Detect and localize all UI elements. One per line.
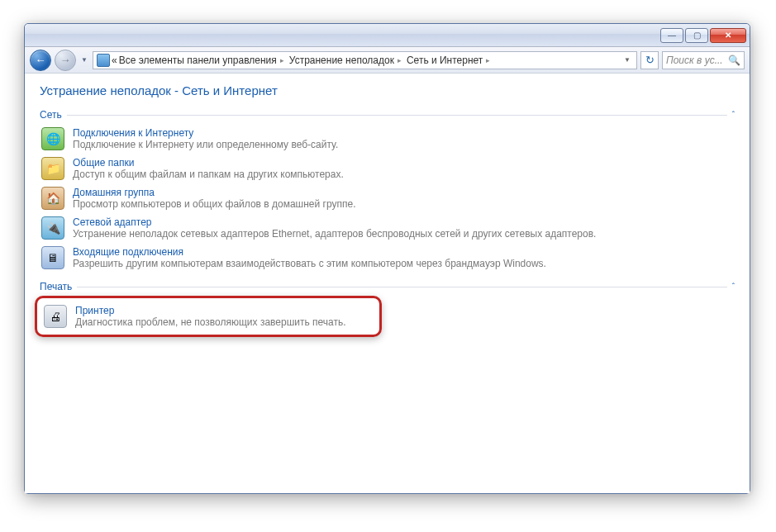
search-icon: 🔍 [728,55,740,66]
home-icon [41,187,64,210]
monitor-icon [41,246,64,269]
search-input[interactable]: Поиск в ус... 🔍 [662,51,745,69]
collapse-icon: ˆ [732,283,735,292]
refresh-icon: ↻ [645,54,655,66]
section-network: Сеть ˆ Подключения к Интернету Подключен… [40,109,735,273]
item-title: Подключения к Интернету [73,127,338,139]
forward-icon: → [60,54,71,66]
control-panel-icon [97,54,110,67]
breadcrumb-prefix: « [112,55,117,66]
breadcrumb-item[interactable]: Все элементы панели управления [119,55,277,66]
internet-icon [41,127,64,150]
address-dropdown[interactable]: ▼ [621,56,633,64]
section-print: Печать ˆ Принтер Диагностика проблем, не… [40,281,735,337]
printer-icon [44,305,67,328]
folder-icon [41,157,64,180]
item-title: Принтер [75,305,346,316]
adapter-icon [41,216,64,240]
item-title: Общие папки [73,157,344,169]
breadcrumb-item[interactable]: Сеть и Интернет [407,55,483,66]
collapse-icon: ˆ [732,111,735,120]
troubleshooter-item-incoming[interactable]: Входящие подключения Разрешить другим ко… [40,243,735,273]
item-title: Домашняя группа [73,187,355,198]
content-area: Устранение неполадок - Сеть и Интернет С… [25,74,750,493]
breadcrumb: Сеть и Интернет ▸ [407,55,493,66]
item-desc: Устранение неполадок сетевых адаптеров E… [73,228,596,240]
breadcrumb-item[interactable]: Устранение неполадок [289,55,394,66]
chevron-down-icon: ▼ [81,56,88,64]
minimize-icon: — [668,31,676,40]
address-bar[interactable]: « Все элементы панели управления ▸ Устра… [93,51,637,69]
maximize-icon: ▢ [693,31,701,40]
maximize-button[interactable]: ▢ [685,28,708,43]
refresh-button[interactable]: ↻ [640,51,659,69]
section-header-network[interactable]: Сеть ˆ [40,109,735,121]
troubleshooter-item-adapter[interactable]: Сетевой адаптер Устранение неполадок сет… [40,213,735,243]
item-title: Сетевой адаптер [73,216,596,228]
item-title: Входящие подключения [73,246,546,258]
troubleshooter-item-internet[interactable]: Подключения к Интернету Подключение к Ин… [40,124,735,154]
navbar: ← → ▼ « Все элементы панели управления ▸… [25,47,750,74]
troubleshooter-item-shared-folders[interactable]: Общие папки Доступ к общим файлам и папк… [40,154,735,183]
divider [77,287,726,287]
highlight-annotation: Принтер Диагностика проблем, не позволяю… [35,296,382,337]
breadcrumb-sep: ▸ [280,56,284,64]
section-header-print[interactable]: Печать ˆ [40,281,735,292]
close-icon: ✕ [725,31,731,40]
divider [67,115,727,116]
breadcrumb-sep: ▸ [486,56,490,64]
troubleshooter-item-homegroup[interactable]: Домашняя группа Просмотр компьютеров и о… [40,183,735,213]
item-desc: Просмотр компьютеров и общих файлов в до… [73,198,355,210]
titlebar: — ▢ ✕ [25,24,750,47]
window-frame: — ▢ ✕ ← → ▼ « Все элементы панели управл… [24,23,750,494]
item-desc: Подключение к Интернету или определенном… [73,139,338,150]
item-desc: Доступ к общим файлам и папкам на других… [73,169,344,180]
item-desc: Диагностика проблем, не позволяющих заве… [75,316,346,328]
section-title: Сеть [40,109,62,121]
back-icon: ← [36,54,46,66]
forward-button[interactable]: → [55,50,76,71]
search-placeholder: Поиск в ус... [666,55,723,66]
item-desc: Разрешить другим компьютерам взаимодейст… [73,258,546,269]
minimize-button[interactable]: — [660,28,683,43]
breadcrumb-sep: ▸ [398,56,402,64]
close-button[interactable]: ✕ [710,28,746,43]
nav-history-dropdown[interactable]: ▼ [79,54,89,67]
troubleshooter-item-printer[interactable]: Принтер Диагностика проблем, не позволяю… [42,302,374,331]
breadcrumb: Все элементы панели управления ▸ [119,55,288,66]
section-title: Печать [40,281,72,292]
back-button[interactable]: ← [30,50,51,71]
page-title: Устранение неполадок - Сеть и Интернет [40,83,735,97]
breadcrumb: Устранение неполадок ▸ [289,55,405,66]
